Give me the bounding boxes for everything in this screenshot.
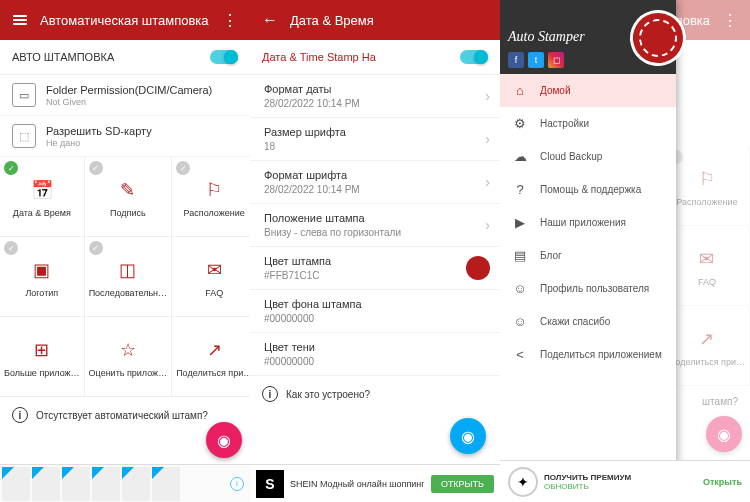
check-icon: ✓ xyxy=(4,161,18,175)
sd-sub: Не дано xyxy=(46,138,238,148)
row-font-size[interactable]: Размер шрифта18› xyxy=(250,118,500,161)
auto-stamp-switch[interactable] xyxy=(210,50,238,64)
back-icon[interactable] xyxy=(260,10,280,30)
datetime-toggle-row[interactable]: Дата & Time Stamp На xyxy=(250,40,500,75)
row-font-format[interactable]: Формат шрифта28/02/2022 10:14 PM› xyxy=(250,161,500,204)
sd-icon: ⬚ xyxy=(12,124,36,148)
help-icon: ? xyxy=(512,182,528,197)
cell-share[interactable]: ↗Поделиться при… xyxy=(172,317,250,397)
check-icon: ✓ xyxy=(89,241,103,255)
social-icons: f t ◻ xyxy=(508,52,564,68)
play-icon: ▶ xyxy=(512,215,528,230)
camera-fab[interactable]: ◉ xyxy=(206,422,242,458)
appbar: Автоматическая штамповка xyxy=(0,0,250,40)
how-row[interactable]: i Как это устроено? xyxy=(250,376,500,412)
nav-cloud[interactable]: ☁Cloud Backup xyxy=(500,140,676,173)
sd-card-row[interactable]: ⬚ Разрешить SD-карту Не дано xyxy=(0,116,250,157)
user-icon: ☺ xyxy=(512,281,528,296)
overflow-icon[interactable] xyxy=(220,10,240,30)
auto-stamp-toggle-row[interactable]: АВТО ШТАМПОВКА xyxy=(0,40,250,75)
gear-icon: ⚙ xyxy=(512,116,528,131)
nav-profile[interactable]: ☺Профиль пользователя xyxy=(500,272,676,305)
chevron-right-icon: › xyxy=(485,174,490,190)
star-icon: ☆ xyxy=(114,336,142,364)
how-text: Как это устроено? xyxy=(286,389,370,400)
auto-stamp-label: АВТО ШТАМПОВКА xyxy=(12,51,210,63)
ad-thumb xyxy=(32,467,60,501)
row-date-format[interactable]: Формат даты28/02/2022 10:14 PM› xyxy=(250,75,500,118)
cell-sequence[interactable]: ✓◫Последовательн… xyxy=(85,237,173,317)
ad-thumb xyxy=(62,467,90,501)
chevron-right-icon: › xyxy=(485,131,490,147)
datetime-switch[interactable] xyxy=(460,50,488,64)
premium-sub: ОБНОВИТЬ xyxy=(544,482,697,491)
row-bg-color[interactable]: Цвет фона штампа#00000000 xyxy=(250,290,500,333)
menu-icon[interactable] xyxy=(10,10,30,30)
check-icon: ✓ xyxy=(176,161,190,175)
ad-banner[interactable]: S SHEIN Модный онлайн шоппинг ОТКРЫТЬ xyxy=(250,464,500,502)
appbar: Дата & Время xyxy=(250,0,500,40)
adchoices-icon[interactable]: i xyxy=(230,477,244,491)
chevron-right-icon: › xyxy=(485,217,490,233)
row-shadow-color[interactable]: Цвет тени#00000000 xyxy=(250,333,500,376)
premium-banner[interactable]: ✦ ПОЛУЧИТЬ ПРЕМИУМ ОБНОВИТЬ Открыть xyxy=(500,460,750,502)
nav-help[interactable]: ?Помощь & поддержка xyxy=(500,173,676,206)
cell-faq[interactable]: ✉FAQ xyxy=(172,237,250,317)
screen-title: Дата & Время xyxy=(290,13,490,28)
check-icon: ✓ xyxy=(4,241,18,255)
sd-title: Разрешить SD-карту xyxy=(46,125,238,137)
cell-rate[interactable]: ☆Оценить прилож… xyxy=(85,317,173,397)
cell-datetime[interactable]: ✓📅Дата & Время xyxy=(0,157,85,237)
check-icon: ✓ xyxy=(89,161,103,175)
cell-more-apps[interactable]: ⊞Больше прилож… xyxy=(0,317,85,397)
app-title: Автоматическая штамповка xyxy=(40,13,210,28)
nav-share[interactable]: <Поделиться приложением xyxy=(500,338,676,371)
premium-icon: ✦ xyxy=(508,467,538,497)
cloud-icon: ☁ xyxy=(512,149,528,164)
nav-home[interactable]: ⌂Домой xyxy=(500,74,676,107)
mail-icon: ✉ xyxy=(200,256,228,284)
info-text: Отсутствует автоматический штамп? xyxy=(36,410,208,421)
info-icon: i xyxy=(262,386,278,402)
ad-banner[interactable]: i xyxy=(0,464,250,502)
image-icon: ▣ xyxy=(28,256,56,284)
nav-drawer: Auto Stamper f t ◻ ⌂Домой ⚙Настройки ☁Cl… xyxy=(500,0,676,502)
cell-signature[interactable]: ✓✎Подпись xyxy=(85,157,173,237)
sequence-icon: ◫ xyxy=(114,256,142,284)
ad-thumb xyxy=(2,467,30,501)
nav-blog[interactable]: ▤Блог xyxy=(500,239,676,272)
cell-location[interactable]: ✓⚐Расположение xyxy=(172,157,250,237)
nav-thanks[interactable]: ☺Скажи спасибо xyxy=(500,305,676,338)
twitter-icon[interactable]: t xyxy=(528,52,544,68)
share-icon: ↗ xyxy=(200,336,228,364)
share-icon: < xyxy=(512,347,528,362)
apps-icon: ⊞ xyxy=(28,336,56,364)
blog-icon: ▤ xyxy=(512,248,528,263)
ad-open-button[interactable]: ОТКРЫТЬ xyxy=(431,475,494,493)
home-icon: ⌂ xyxy=(512,83,528,98)
folder-sub: Not Given xyxy=(46,97,238,107)
pane-main: Автоматическая штамповка АВТО ШТАМПОВКА … xyxy=(0,0,250,502)
nav-apps[interactable]: ▶Наши приложения xyxy=(500,206,676,239)
cell-logo[interactable]: ✓▣Логотип xyxy=(0,237,85,317)
camera-fab[interactable]: ◉ xyxy=(450,418,486,454)
row-position[interactable]: Положение штампаВнизу - слева по горизон… xyxy=(250,204,500,247)
premium-open-button[interactable]: Открыть xyxy=(703,477,742,487)
folder-title: Folder Permission(DCIM/Camera) xyxy=(46,84,238,96)
folder-icon: ▭ xyxy=(12,83,36,107)
instagram-icon[interactable]: ◻ xyxy=(548,52,564,68)
ad-logo: S xyxy=(256,470,284,498)
facebook-icon[interactable]: f xyxy=(508,52,524,68)
row-stamp-color[interactable]: Цвет штампа#FFB71C1C xyxy=(250,247,500,290)
ad-text: SHEIN Модный онлайн шоппинг xyxy=(290,479,425,489)
color-swatch xyxy=(466,256,490,280)
info-icon: i xyxy=(12,407,28,423)
nav-settings[interactable]: ⚙Настройки xyxy=(500,107,676,140)
pen-icon: ✎ xyxy=(114,176,142,204)
premium-title: ПОЛУЧИТЬ ПРЕМИУМ xyxy=(544,473,697,482)
folder-permission-row[interactable]: ▭ Folder Permission(DCIM/Camera) Not Giv… xyxy=(0,75,250,116)
pane-drawer: мповка ✓⚐Расположение ✉FAQ ↗Поделиться п… xyxy=(500,0,750,502)
app-brand: Auto Stamper xyxy=(508,29,585,45)
feature-grid: ✓📅Дата & Время ✓✎Подпись ✓⚐Расположение … xyxy=(0,157,250,397)
datetime-toggle-label: Дата & Time Stamp На xyxy=(262,51,460,63)
